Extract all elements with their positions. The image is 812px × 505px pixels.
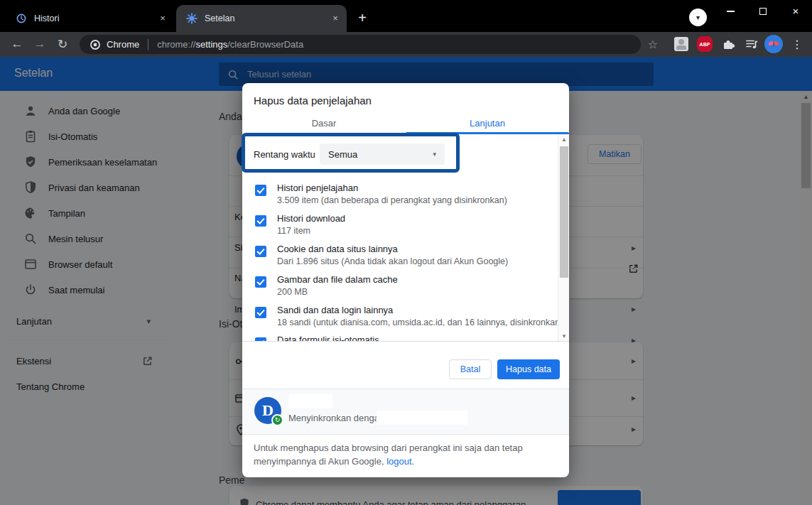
minimize-button[interactable] [716, 0, 745, 22]
extension-screenshot-icon[interactable] [671, 34, 691, 54]
tab-lanjutan[interactable]: Lanjutan [406, 114, 569, 134]
option-label: Cookie dan data situs lainnya [277, 244, 398, 254]
dialog-scrollbar-thumb[interactable] [560, 146, 568, 278]
option-label: Data formulir isi-otomatis [277, 335, 379, 342]
scroll-down-icon[interactable]: ▼ [558, 333, 569, 340]
checkbox-checked[interactable] [255, 337, 266, 342]
logout-link[interactable]: logout [386, 456, 411, 467]
dialog-footer: Untuk menghapus data browsing dari peran… [254, 441, 556, 468]
bookmark-star-icon[interactable]: ☆ [643, 34, 663, 54]
maximize-icon [759, 8, 767, 15]
forward-button[interactable]: → [30, 34, 50, 54]
url-path: /clearBrowserData [227, 39, 303, 50]
option-detail: 3.509 item (dan beberapa di perangkat ya… [277, 195, 507, 205]
checkbox-checked[interactable] [255, 276, 266, 288]
url-host: settings [195, 39, 227, 50]
checkbox-checked[interactable] [255, 246, 266, 257]
option-detail: 117 item [277, 226, 310, 236]
option-detail: Dari 1.896 situs (Anda tidak akan logout… [277, 256, 508, 266]
clear-browsing-data-dialog: Hapus data penjelajahan Dasar Lanjutan R… [242, 83, 569, 477]
browser-toolbar: ← → ↻ Chrome chrome://settings/clearBrow… [0, 32, 812, 57]
redacted-email [377, 411, 467, 425]
tab-list-button[interactable]: ▾ [689, 9, 707, 26]
maximize-button[interactable] [749, 0, 777, 22]
tab-title: Histori [34, 13, 157, 23]
reload-button[interactable]: ↻ [53, 34, 72, 54]
history-favicon [16, 13, 27, 24]
profile-avatar[interactable] [764, 34, 784, 54]
close-tab-icon[interactable]: × [157, 13, 168, 24]
dialog-title: Hapus data penjelajahan [254, 94, 372, 107]
url-scheme: chrome:// [157, 39, 195, 50]
redacted-name [288, 394, 332, 408]
select-caret-icon: ▾ [433, 151, 436, 158]
checkbox-checked[interactable] [255, 307, 266, 318]
time-range-select[interactable]: Semua ▾ [320, 143, 445, 165]
checkbox-checked[interactable] [255, 185, 266, 196]
tab-histori[interactable]: Histori × [7, 5, 174, 32]
tab-title: Setelan [205, 13, 330, 23]
dialog-scroll-area: Rentang waktu Semua ▾ Histori penjelajah… [242, 134, 569, 342]
option-label: Histori penjelajahan [277, 183, 358, 193]
sync-badge-icon: ↻ [271, 414, 283, 426]
extension-image [674, 37, 688, 51]
playlist-icon[interactable] [742, 34, 762, 54]
option-detail: 200 MB [277, 287, 308, 297]
time-range-value: Semua [328, 149, 357, 160]
minimize-icon [727, 11, 735, 12]
option-label: Histori download [277, 213, 345, 224]
sync-status-text: Menyinkronkan dengan [288, 413, 384, 423]
close-icon: × [793, 5, 799, 17]
back-button[interactable]: ← [7, 34, 27, 54]
option-label: Sandi dan data login lainnya [277, 305, 393, 315]
time-range-label: Rentang waktu [254, 149, 315, 160]
address-bar[interactable]: Chrome chrome://settings/clearBrowserDat… [80, 35, 641, 54]
option-label: Gambar dan file dalam cache [277, 274, 398, 285]
gear-favicon [186, 13, 197, 24]
adblock-plus-icon[interactable]: ABP [695, 34, 715, 54]
footer-suffix: . [412, 456, 415, 467]
tab-setelan[interactable]: Setelan × [176, 5, 347, 32]
checkbox-checked[interactable] [255, 215, 266, 227]
close-window-button[interactable]: × [781, 0, 810, 22]
scroll-up-icon[interactable]: ▲ [558, 136, 569, 143]
tab-strip: Histori × Setelan × + ▾ × [0, 0, 812, 32]
option-detail: 18 sandi (untuk dianisa.com, umsida.ac.i… [277, 317, 563, 327]
chrome-logo-icon [90, 39, 101, 50]
site-label: Chrome [107, 39, 139, 50]
browser-window: Histori × Setelan × + ▾ × ← → ↻ [0, 0, 812, 505]
browser-menu-icon[interactable]: ⋮ [787, 34, 807, 54]
tab-dasar[interactable]: Dasar [242, 114, 406, 134]
omnibox-divider [148, 39, 148, 50]
sync-account-section: D ↻ Menyinkronkan dengan [242, 389, 569, 435]
dialog-scrollbar[interactable]: ▲ ▼ [558, 134, 569, 342]
extensions-puzzle-icon[interactable] [718, 34, 738, 54]
cancel-button[interactable]: Batal [449, 359, 492, 379]
close-tab-icon[interactable]: × [330, 13, 341, 24]
clear-data-button[interactable]: Hapus data [497, 359, 560, 379]
new-tab-button[interactable]: + [353, 9, 372, 27]
